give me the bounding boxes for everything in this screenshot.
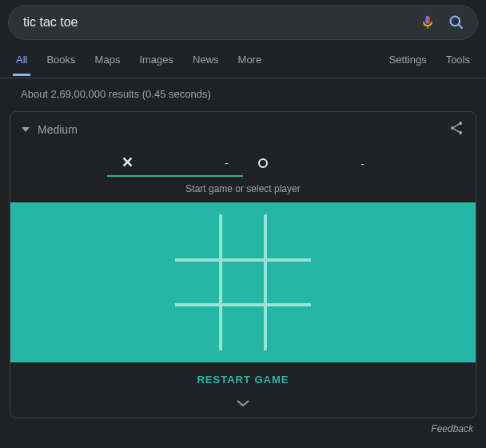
search-input[interactable]: [20, 15, 408, 30]
game-board: [175, 214, 311, 350]
nav-tools[interactable]: Tools: [446, 54, 470, 75]
feedback-link[interactable]: Feedback: [0, 418, 486, 434]
game-hint: Start game or select player: [10, 177, 476, 202]
expand-button[interactable]: [10, 392, 476, 418]
svg-point-5: [259, 159, 267, 167]
svg-line-1: [459, 25, 463, 29]
svg-point-0: [451, 17, 460, 26]
tab-all[interactable]: All: [16, 54, 27, 75]
player-o-selector[interactable]: -: [243, 150, 379, 177]
search-bar: [8, 5, 478, 40]
nav-settings[interactable]: Settings: [389, 54, 427, 75]
grid-line: [264, 214, 267, 350]
difficulty-selector[interactable]: Medium: [38, 123, 78, 136]
cell-2-1[interactable]: [221, 305, 266, 350]
o-mark-icon: [257, 158, 269, 169]
cell-0-1[interactable]: [221, 214, 266, 260]
cell-0-0[interactable]: [175, 214, 221, 260]
player-o-score: -: [361, 157, 364, 170]
chevron-down-icon[interactable]: [22, 127, 30, 132]
tab-more[interactable]: More: [238, 54, 262, 75]
cell-1-2[interactable]: [265, 260, 311, 306]
cell-1-0[interactable]: [175, 260, 221, 306]
mic-icon[interactable]: [418, 13, 437, 32]
cell-1-1[interactable]: [221, 260, 266, 306]
tab-images[interactable]: Images: [139, 54, 173, 75]
tab-books[interactable]: Books: [46, 54, 75, 75]
share-icon[interactable]: [448, 120, 464, 138]
player-x-score: -: [225, 156, 229, 170]
cell-0-2[interactable]: [265, 214, 311, 260]
board-area: [10, 202, 476, 362]
player-x-selector[interactable]: ✕ -: [107, 150, 243, 177]
cell-2-2[interactable]: [265, 305, 311, 350]
grid-line: [175, 303, 311, 306]
search-icon[interactable]: [447, 13, 466, 32]
results-info: About 2,69,00,000 results (0.45 seconds): [0, 78, 486, 100]
grid-line: [219, 214, 222, 350]
game-card: Medium ✕ - - Start game or select player: [10, 111, 476, 418]
cell-2-0[interactable]: [175, 305, 221, 350]
tab-maps[interactable]: Maps: [95, 54, 121, 75]
grid-line: [175, 258, 311, 262]
x-mark-icon: ✕: [122, 154, 133, 171]
card-header: Medium: [10, 112, 476, 146]
chevron-down-icon: [235, 398, 251, 408]
score-row: ✕ - -: [10, 146, 476, 177]
nav-tabs: All Books Maps Images News More Settings…: [0, 51, 486, 78]
restart-button[interactable]: RESTART GAME: [10, 362, 476, 392]
tab-news[interactable]: News: [193, 54, 219, 75]
